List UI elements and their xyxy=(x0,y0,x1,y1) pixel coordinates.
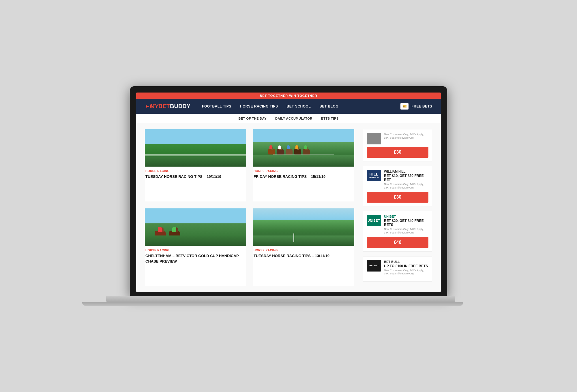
promo-button-1[interactable]: £30 xyxy=(367,147,428,158)
promo-deal-4: UP TO £100 IN FREE BETS xyxy=(384,264,428,268)
promo-deal-3: BET £20, GET £40 FREE BETS xyxy=(384,219,428,227)
sub-nav-bet-of-day[interactable]: BET OF THE DAY xyxy=(238,117,267,120)
promo-button-3[interactable]: £40 xyxy=(367,237,428,248)
promo-card-4: BetBull BET BULL UP TO £100 IN FREE BETS… xyxy=(363,256,432,282)
nav-links: FOOTBALL TIPS HORSE RACING TIPS BET SCHO… xyxy=(202,104,400,108)
promo-logo-wh: HILL William xyxy=(367,170,381,181)
promo-top-1: New Customers Only, T&Cs Apply, 18+, Beg… xyxy=(367,133,428,144)
screen-content: BET TOGETHER WIN TOGETHER ➤ MY BET BUDDY… xyxy=(136,93,441,292)
promo-terms-4: New Customers Only, T&Cs Apply, 18+, Beg… xyxy=(384,269,428,276)
article-category-3: HORSE RACING xyxy=(145,249,246,252)
promo-card-3: UNIBET UNIBET BET £20, GET £40 FREE BETS… xyxy=(363,211,432,251)
promo-top-3: UNIBET UNIBET BET £20, GET £40 FREE BETS… xyxy=(367,215,428,234)
promo-card-1: New Customers Only, T&Cs Apply, 18+, Beg… xyxy=(363,129,432,161)
main-content: HORSE RACING TUESDAY HORSE RACING TIPS –… xyxy=(136,123,441,292)
sidebar: New Customers Only, T&Cs Apply, 18+, Beg… xyxy=(363,129,432,286)
laptop-notch xyxy=(263,299,298,301)
sub-nav-btts-tips[interactable]: BTTS TIPS xyxy=(321,117,339,120)
racecourse-image xyxy=(145,129,246,167)
article-card-4[interactable]: HORSE RACING TUESDAY HORSE RACING TIPS –… xyxy=(253,208,354,286)
article-card-1[interactable]: HORSE RACING TUESDAY HORSE RACING TIPS –… xyxy=(145,129,246,201)
logo-chevron-icon: ➤ xyxy=(145,103,149,110)
laptop-screen: BET TOGETHER WIN TOGETHER ➤ MY BET BUDDY… xyxy=(130,86,447,296)
article-card-3[interactable]: HORSE RACING CHELTENHAM – BETVICTOR GOLD… xyxy=(145,208,246,286)
promo-deal-2: BET £10, GET £30 FREE BET xyxy=(384,174,428,182)
logo-my: MY xyxy=(150,103,158,110)
article-image-1 xyxy=(145,129,246,167)
nav-football-tips[interactable]: FOOTBALL TIPS xyxy=(202,104,231,108)
track-green-image xyxy=(253,208,354,246)
wh-hill-text: HILL xyxy=(369,172,378,176)
laptop-foot xyxy=(82,302,463,306)
promo-terms-3: New Customers Only, T&Cs Apply, 18+, Beg… xyxy=(384,228,428,234)
promo-info-2: WILLIAM HILL BET £10, GET £30 FREE BET N… xyxy=(384,170,428,189)
article-category-1: HORSE RACING xyxy=(145,169,246,173)
promo-top-4: BetBull BET BULL UP TO £100 IN FREE BETS… xyxy=(367,260,428,276)
promo-brand-4: BET BULL xyxy=(384,260,428,263)
logo-bet: BET xyxy=(158,103,170,110)
promo-brand-3: UNIBET xyxy=(384,215,428,218)
sub-nav: BET OF THE DAY DAILY ACCUMULATOR BTTS TI… xyxy=(136,114,441,123)
nav-bet-blog[interactable]: BET BLOG xyxy=(319,104,338,108)
sub-nav-daily-accumulator[interactable]: DAILY ACCUMULATOR xyxy=(275,117,312,120)
unibet-logo-text: UNIBET xyxy=(368,219,380,222)
article-image-2 xyxy=(253,129,354,167)
article-title-3: CHELTENHAM – BETVICTOR GOLD CUP HANDICAP… xyxy=(145,253,246,264)
laptop-base xyxy=(106,296,455,302)
promo-logo-1 xyxy=(367,133,381,144)
horses-racing-image xyxy=(253,129,354,167)
nav-horse-racing-tips[interactable]: HORSE RACING TIPS xyxy=(240,104,278,108)
logo-buddy: BUDDY xyxy=(170,103,190,110)
free-bets-icon: 🎫 xyxy=(400,103,409,110)
promo-button-2[interactable]: £30 xyxy=(367,192,428,203)
logo[interactable]: ➤ MY BET BUDDY xyxy=(145,103,190,110)
article-title-1: TUESDAY HORSE RACING TIPS – 19/11/19 xyxy=(145,174,246,179)
article-title-4: TUESDAY HORSE RACING TIPS – 13/11/19 xyxy=(254,253,354,259)
article-card-2[interactable]: HORSE RACING FRIDAY HORSE RACING TIPS – … xyxy=(253,129,354,201)
promo-info-3: UNIBET BET £20, GET £40 FREE BETS New Cu… xyxy=(384,215,428,234)
promo-card-2: HILL William WILLIAM HILL BET £10, GET £… xyxy=(363,166,432,206)
article-title-2: FRIDAY HORSE RACING TIPS – 15/11/19 xyxy=(254,174,354,179)
articles-grid: HORSE RACING TUESDAY HORSE RACING TIPS –… xyxy=(145,129,354,286)
promo-top-2: HILL William WILLIAM HILL BET £10, GET £… xyxy=(367,170,428,189)
top-banner: BET TOGETHER WIN TOGETHER xyxy=(136,93,441,99)
promo-info-1: New Customers Only, T&Cs Apply, 18+, Beg… xyxy=(384,133,428,140)
article-category-4: HORSE RACING xyxy=(254,249,354,252)
navbar: ➤ MY BET BUDDY FOOTBALL TIPS HORSE RACIN… xyxy=(136,99,441,114)
article-image-4 xyxy=(253,208,354,246)
promo-info-4: BET BULL UP TO £100 IN FREE BETS New Cus… xyxy=(384,260,428,276)
promo-logo-betbull: BetBull xyxy=(367,260,381,272)
promo-brand-2: WILLIAM HILL xyxy=(384,170,428,173)
betbull-logo-text: BetBull xyxy=(369,264,379,267)
steeplechase-image xyxy=(145,208,246,246)
nav-right: 🎫 FREE BETS xyxy=(400,103,432,110)
promo-logo-unibet: UNIBET xyxy=(367,215,381,226)
article-category-2: HORSE RACING xyxy=(254,169,354,173)
nav-bet-school[interactable]: BET SCHOOL xyxy=(287,104,311,108)
wh-sub-text: William xyxy=(369,176,379,179)
article-image-3 xyxy=(145,208,246,246)
top-banner-text: BET TOGETHER WIN TOGETHER xyxy=(260,94,317,97)
promo-terms-1: New Customers Only, T&Cs Apply, 18+, Beg… xyxy=(384,133,428,140)
promo-terms-2: New Customers Only, T&Cs Apply, 18+, Beg… xyxy=(384,183,428,189)
laptop-wrapper: BET TOGETHER WIN TOGETHER ➤ MY BET BUDDY… xyxy=(130,86,447,306)
free-bets-label[interactable]: FREE BETS xyxy=(411,104,432,108)
